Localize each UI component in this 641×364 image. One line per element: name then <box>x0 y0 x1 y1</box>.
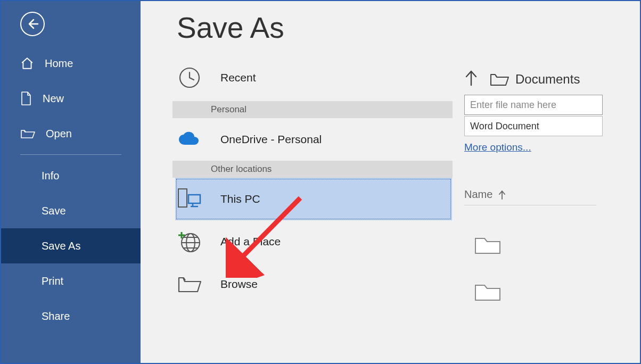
location-add-place[interactable]: Add a Place <box>141 220 457 263</box>
nav-save[interactable]: Save <box>1 193 141 228</box>
new-doc-icon <box>20 91 32 106</box>
section-header-personal: Personal <box>172 101 453 118</box>
nav-share-label: Share <box>42 310 70 322</box>
nav-new[interactable]: New <box>1 81 141 116</box>
browse-folder-icon <box>177 271 202 297</box>
folder-breadcrumb[interactable]: Documents <box>490 72 580 87</box>
add-place-icon <box>177 229 202 254</box>
filetype-value: Word Document <box>470 121 539 132</box>
filename-input[interactable]: Enter file name here <box>464 95 603 115</box>
locations-panel: Recent Personal OneDrive - Personal Othe… <box>141 56 457 363</box>
nav-new-label: New <box>43 93 64 105</box>
nav-open[interactable]: Open <box>1 116 141 151</box>
arrow-left-icon <box>26 18 39 30</box>
folder-open-icon <box>20 128 35 139</box>
clock-icon <box>177 65 202 90</box>
column-header-name[interactable]: Name <box>464 188 596 205</box>
location-this-pc[interactable]: This PC <box>175 178 452 220</box>
svg-rect-2 <box>188 195 200 203</box>
home-icon <box>20 56 34 70</box>
location-browse[interactable]: Browse <box>141 263 457 305</box>
nav-info-label: Info <box>42 170 59 182</box>
current-folder-label: Documents <box>515 72 580 87</box>
filename-placeholder: Enter file name here <box>470 100 556 111</box>
filetype-select[interactable]: Word Document <box>464 116 603 136</box>
folder-item[interactable] <box>474 234 502 255</box>
nav-home[interactable]: Home <box>1 46 141 81</box>
nav-share[interactable]: Share <box>1 299 141 334</box>
column-header-name-label: Name <box>464 188 492 201</box>
folder-icon <box>490 72 509 87</box>
more-options-link[interactable]: More options... <box>464 142 531 153</box>
breadcrumb-row: Documents <box>464 69 635 89</box>
location-recent[interactable]: Recent <box>141 56 457 99</box>
nav-info[interactable]: Info <box>1 158 141 193</box>
this-pc-icon <box>177 186 202 212</box>
sort-asc-icon <box>498 189 506 200</box>
nav-save-as-label: Save As <box>42 240 80 252</box>
page-title: Save As <box>141 1 640 56</box>
location-browse-label: Browse <box>220 278 258 291</box>
up-folder-button[interactable] <box>464 69 478 89</box>
nav-save-as[interactable]: Save As <box>1 228 141 263</box>
onedrive-icon <box>177 127 202 152</box>
nav-print-label: Print <box>42 275 63 287</box>
nav-open-label: Open <box>46 128 72 140</box>
location-recent-label: Recent <box>220 71 256 84</box>
nav-save-label: Save <box>42 205 66 217</box>
back-button[interactable] <box>20 12 45 36</box>
folder-icon <box>474 234 502 255</box>
sidebar-divider <box>20 154 121 155</box>
save-details-panel: Documents Enter file name here Word Docu… <box>457 56 640 363</box>
location-this-pc-label: This PC <box>220 193 260 205</box>
main-area: Save As Recent Personal OneDrive - Perso… <box>141 1 640 363</box>
arrow-up-icon <box>464 69 478 86</box>
svg-rect-1 <box>178 189 187 207</box>
folder-item[interactable] <box>474 281 502 302</box>
location-onedrive-label: OneDrive - Personal <box>220 133 322 146</box>
backstage-sidebar: Home New Open Info Save Save As Print Sh… <box>1 1 141 363</box>
folder-icon <box>474 281 502 302</box>
section-header-other: Other locations <box>172 161 453 178</box>
location-add-place-label: Add a Place <box>220 235 281 248</box>
nav-home-label: Home <box>45 57 73 70</box>
location-onedrive[interactable]: OneDrive - Personal <box>141 118 457 161</box>
nav-print[interactable]: Print <box>1 263 141 299</box>
